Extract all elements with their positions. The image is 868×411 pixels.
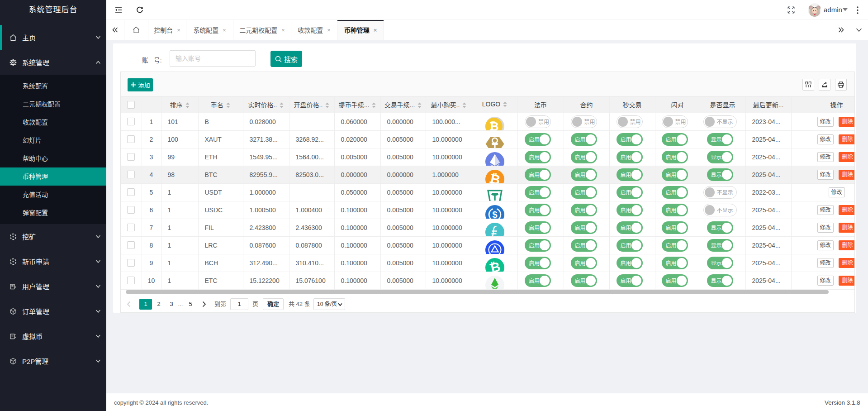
svg-text:₿: ₿ (489, 119, 498, 131)
svg-text:$: $ (492, 210, 497, 219)
